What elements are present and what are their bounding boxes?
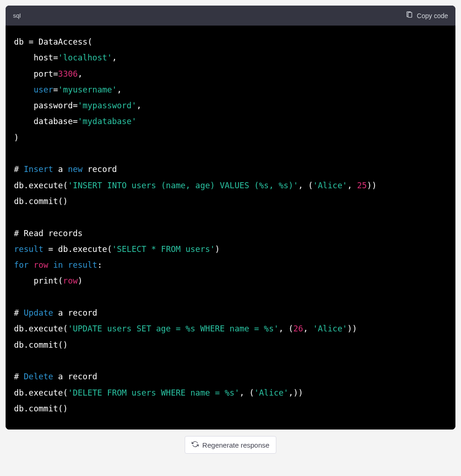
code-line: ) <box>14 130 447 145</box>
code-token: 'Alice' <box>313 181 347 190</box>
code-token: a record <box>53 308 97 317</box>
code-token <box>48 260 53 270</box>
code-line: user='myusername', <box>14 82 447 98</box>
code-line: host='localhost', <box>14 50 447 66</box>
code-token: # <box>14 308 24 317</box>
code-token: in <box>53 260 63 270</box>
code-token: Insert <box>24 165 53 174</box>
footer: Regenerate response <box>6 436 455 454</box>
code-token: db.execute( <box>53 245 112 254</box>
code-token: 'SELECT * FROM users' <box>112 245 215 254</box>
code-token: # <box>14 372 24 381</box>
code-block: sql Copy code db = DataAccess( host='loc… <box>6 6 455 430</box>
code-token <box>63 260 68 270</box>
code-token: )) <box>347 324 357 333</box>
code-token: )) <box>367 181 377 190</box>
code-token: 'mypassword' <box>78 101 136 110</box>
code-token: 'Alice' <box>254 388 288 397</box>
code-token: , <box>78 69 83 79</box>
code-token: record <box>83 165 117 174</box>
code-line: db.commit() <box>14 401 447 416</box>
code-token: 25 <box>357 181 367 190</box>
code-line: # Read records <box>14 225 447 241</box>
code-line: result = db.execute('SELECT * FROM users… <box>14 241 447 257</box>
regenerate-response-label: Regenerate response <box>202 441 269 449</box>
code-token: db <box>14 37 29 46</box>
code-token: 3306 <box>58 69 78 79</box>
code-token: , <box>347 181 357 190</box>
code-token: 'UPDATE users SET age = %s WHERE name = … <box>68 324 279 333</box>
code-token: for <box>14 260 29 270</box>
code-token: : <box>97 260 102 270</box>
code-token: result <box>14 245 43 254</box>
code-token: Update <box>24 308 53 317</box>
code-token: # Read records <box>14 229 83 238</box>
code-token <box>14 85 33 94</box>
code-line: db.commit() <box>14 193 447 209</box>
code-token: a record <box>53 372 97 381</box>
code-content[interactable]: db = DataAccess( host='localhost', port=… <box>6 26 455 430</box>
code-token: db.commit() <box>14 340 68 350</box>
refresh-icon <box>192 441 199 449</box>
code-line: db = DataAccess( <box>14 34 447 50</box>
code-token: 'mydatabase' <box>78 117 136 126</box>
code-line: port=3306, <box>14 66 447 82</box>
code-token: , ( <box>240 388 254 397</box>
code-token: print( <box>14 276 63 285</box>
code-token: port <box>14 69 53 79</box>
code-language-label: sql <box>13 12 21 19</box>
code-token: = <box>29 37 34 46</box>
code-line <box>14 145 447 161</box>
code-token: db.execute( <box>14 324 68 333</box>
code-token: Delete <box>24 372 53 381</box>
code-token: , ( <box>298 181 313 190</box>
code-token: = <box>73 101 78 110</box>
code-line <box>14 289 447 305</box>
code-token <box>29 260 34 270</box>
code-token: , ( <box>279 324 294 333</box>
clipboard-icon <box>406 11 413 20</box>
code-line: database='mydatabase' <box>14 113 447 129</box>
code-token: ) <box>78 276 83 285</box>
code-token: user <box>33 85 53 94</box>
code-line: db.execute('UPDATE users SET age = %s WH… <box>14 321 447 337</box>
code-token: result <box>68 260 97 270</box>
code-token: new <box>68 165 83 174</box>
svg-rect-0 <box>408 13 412 18</box>
code-token: # <box>14 165 24 174</box>
code-token: db.execute( <box>14 388 68 397</box>
code-token: 'localhost' <box>58 53 112 62</box>
code-line: print(row) <box>14 273 447 289</box>
code-token: = <box>53 69 58 79</box>
code-token: ) <box>215 245 220 254</box>
code-line: password='mypassword', <box>14 98 447 113</box>
code-token: row <box>33 260 48 270</box>
copy-code-label: Copy code <box>417 12 448 20</box>
code-token: , <box>117 85 122 94</box>
code-line: # Delete a record <box>14 369 447 384</box>
code-line: db.execute('DELETE FROM users WHERE name… <box>14 385 447 401</box>
code-token: 'INSERT INTO users (name, age) VALUES (%… <box>68 181 298 190</box>
code-token: DataAccess( <box>33 37 92 46</box>
code-token: = <box>48 245 53 254</box>
code-line <box>14 209 447 225</box>
code-token: db.commit() <box>14 404 68 413</box>
code-token: , <box>303 324 313 333</box>
code-token: db.execute( <box>14 181 68 190</box>
code-token: database <box>14 117 73 126</box>
code-token: 26 <box>294 324 303 333</box>
code-token <box>43 245 48 254</box>
copy-code-button[interactable]: Copy code <box>406 9 448 22</box>
code-token: , <box>112 53 117 62</box>
code-token: db.commit() <box>14 197 68 206</box>
code-line: # Update a record <box>14 305 447 321</box>
code-line: db.commit() <box>14 337 447 353</box>
code-line: for row in result: <box>14 257 447 273</box>
code-header: sql Copy code <box>6 6 455 26</box>
regenerate-response-button[interactable]: Regenerate response <box>185 436 276 454</box>
code-token: row <box>63 276 78 285</box>
code-line: db.execute('INSERT INTO users (name, age… <box>14 178 447 193</box>
code-token: a <box>53 165 68 174</box>
code-token: = <box>53 85 58 94</box>
code-token: , <box>136 101 141 110</box>
